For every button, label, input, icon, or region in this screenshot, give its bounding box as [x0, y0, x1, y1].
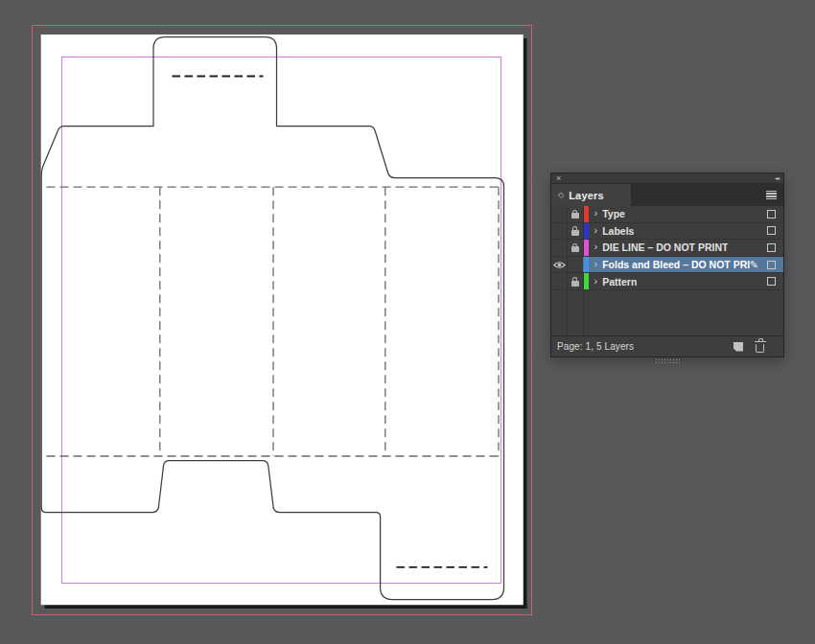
lock-icon [571, 230, 579, 236]
disclosure-icon[interactable]: › [594, 242, 598, 252]
layer-name[interactable]: Labels [602, 225, 634, 237]
layer-list: › Type › Labels › DIE LINE – DO NOT PRIN… [551, 206, 783, 335]
lock-toggle[interactable] [567, 206, 583, 222]
disclosure-icon[interactable]: › [594, 276, 598, 287]
layer-row-type[interactable]: › Type [551, 206, 783, 223]
panel-resize-grip[interactable] [655, 358, 680, 364]
close-icon[interactable]: × [556, 174, 561, 182]
visibility-toggle[interactable] [551, 223, 567, 240]
layer-color-bar [584, 257, 589, 273]
lock-icon [571, 246, 579, 252]
lock-toggle[interactable] [567, 257, 583, 273]
visibility-toggle[interactable] [551, 240, 567, 256]
target-square[interactable] [767, 261, 776, 269]
layer-name[interactable]: DIE LINE – DO NOT PRINT [602, 242, 728, 253]
lock-icon [571, 213, 579, 218]
target-square[interactable] [767, 277, 776, 286]
layer-color-bar [584, 206, 589, 222]
panel-title: Layers [569, 190, 604, 201]
tab-layers[interactable]: ◇ Layers [551, 184, 632, 206]
panel-menu-icon[interactable] [766, 191, 777, 200]
layer-name[interactable]: Folds and Bleed – DO NOT PRINT [602, 259, 750, 270]
target-square[interactable] [767, 210, 776, 218]
page-shadow-bottom [45, 605, 527, 609]
layer-name[interactable]: Type [602, 208, 625, 219]
visibility-toggle[interactable] [551, 206, 567, 222]
page-layer-status: Page: 1, 5 Layers [557, 341, 634, 352]
page-shadow-right [524, 38, 527, 609]
target-square[interactable] [767, 226, 776, 235]
layer-row-content[interactable]: › Type [583, 206, 783, 222]
disclosure-icon[interactable]: › [594, 259, 598, 269]
disclosure-icon[interactable]: › [594, 208, 598, 218]
layer-row-pattern[interactable]: › Pattern [551, 273, 783, 290]
panel-tabbar: ◇ Layers [551, 184, 783, 206]
trash-icon[interactable] [756, 344, 764, 353]
application-workspace: { "window": { "background_color": "#5959… [0, 0, 815, 644]
layer-color-bar [584, 223, 589, 240]
lock-toggle[interactable] [567, 223, 583, 240]
layer-row-content[interactable]: › Pattern [583, 273, 783, 289]
eye-icon [553, 261, 566, 269]
panel-footer: Page: 1, 5 Layers [551, 335, 783, 356]
page [41, 34, 524, 605]
layers-panel: × ◂◂ ◇ Layers › Type › Labels [550, 172, 784, 357]
pencil-icon: ✎ [750, 260, 758, 270]
layer-row-content-selected[interactable]: › Folds and Bleed – DO NOT PRINT ✎ [583, 257, 783, 273]
visibility-toggle[interactable] [551, 257, 567, 273]
layer-row-die-line[interactable]: › DIE LINE – DO NOT PRINT [551, 240, 783, 257]
layer-row-content[interactable]: › DIE LINE – DO NOT PRINT [583, 240, 783, 256]
layer-row-labels[interactable]: › Labels [551, 223, 783, 241]
lock-toggle[interactable] [567, 240, 583, 256]
panel-cycle-icon[interactable]: ◇ [558, 192, 564, 199]
new-layer-icon[interactable] [734, 342, 743, 352]
lock-icon [571, 281, 579, 287]
layer-name[interactable]: Pattern [602, 276, 637, 288]
layer-row-folds-and-bleed[interactable]: › Folds and Bleed – DO NOT PRINT ✎ [551, 257, 783, 274]
target-square[interactable] [767, 243, 776, 252]
visibility-toggle[interactable] [551, 273, 567, 289]
disclosure-icon[interactable]: › [594, 225, 598, 236]
lock-toggle[interactable] [567, 273, 583, 289]
layer-row-content[interactable]: › Labels [583, 223, 783, 240]
layer-color-bar [584, 240, 589, 256]
layer-color-bar [584, 273, 589, 289]
collapse-panel-icon[interactable]: ◂◂ [775, 175, 779, 181]
panel-titlebar: × ◂◂ [551, 173, 783, 184]
